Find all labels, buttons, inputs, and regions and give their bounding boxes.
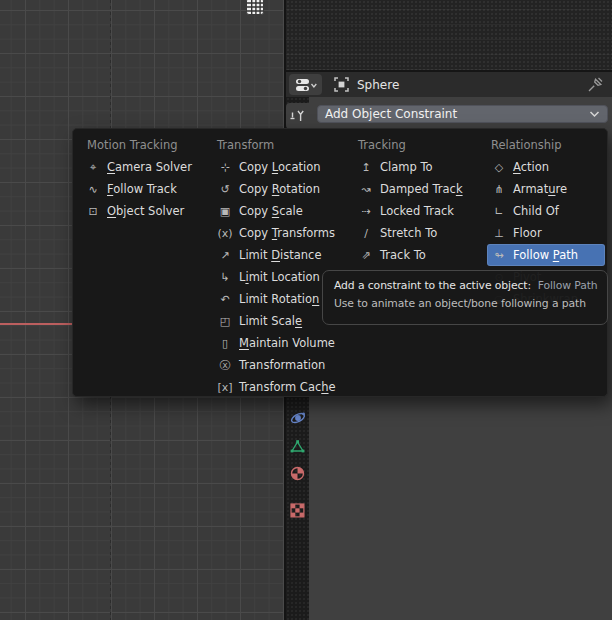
menu-column-title: Relationship [485,134,607,156]
menu-item-label: Copy Scale [239,204,303,218]
transformation-icon: ⓧ [215,358,235,373]
menu-item-transformation[interactable]: ⓧTransformation [213,354,350,376]
tab-constraints[interactable] [286,103,309,129]
tooltip: Add a constraint to the active object: F… [322,270,608,325]
menu-item-camera-solver[interactable]: ⌖Camera Solver [81,156,209,178]
menu-item-label: Camera Solver [107,160,192,174]
follow-track-icon: ∿ [83,183,103,196]
menu-item-transform-cache[interactable]: [x]Transform Cache [213,376,350,398]
track-to-icon: ⇗ [356,249,376,262]
damped-track-icon: ↝ [356,183,376,196]
menu-item-damped-track[interactable]: ↝Damped Track [354,178,483,200]
object-solver-icon: ⊡ [83,205,103,218]
clamp-to-icon: ↥ [356,161,376,174]
menu-item-action[interactable]: ◇Action [487,156,605,178]
transform-cache-icon: [x] [215,381,235,394]
breadcrumb: Sphere [334,72,399,97]
tooltip-constraint-name: Follow Path [538,279,598,292]
chevron-down-icon [589,110,600,118]
menu-item-label: Transformation [239,358,325,372]
menu-item-label: Locked Track [380,204,454,218]
menu-item-object-solver[interactable]: ⊡Object Solver [81,200,209,222]
tooltip-line2: Use to animate an object/bone following … [334,297,596,310]
copy-location-icon: ⊹ [215,161,235,174]
tab-object-data[interactable] [286,433,309,459]
menu-column-title: Motion Tracking [73,134,211,156]
menu-item-label: Follow Path [513,248,578,262]
menu-item-label: Limit Scale [239,314,302,328]
menu-item-copy-transforms[interactable]: (x)Copy Transforms [213,222,350,244]
menu-item-label: Armature [513,182,567,196]
limit-rotation-icon: ↶ [215,293,235,306]
copy-scale-icon: ▣ [215,205,235,218]
menu-item-limit-distance[interactable]: ↗Limit Distance [213,244,350,266]
blender-window: Sphere [0,0,612,620]
menu-item-label: Stretch To [380,226,437,240]
editor-type-button[interactable] [289,74,322,95]
child-of-icon: ∟ [489,205,509,218]
properties-header: Sphere [286,72,612,97]
object-data-tab-icon [289,438,306,455]
menu-item-locked-track[interactable]: ⇢Locked Track [354,200,483,222]
tooltip-line1: Add a constraint to the active object: F… [334,279,596,292]
menu-item-follow-track[interactable]: ∿Follow Track [81,178,209,200]
menu-item-clamp-to[interactable]: ↥Clamp To [354,156,483,178]
copy-transforms-icon: (x) [215,227,235,240]
menu-item-label: Copy Transforms [239,226,335,240]
properties-editor-icon [295,78,317,92]
texture-tab-icon [289,502,306,519]
menu-column-title: Tracking [352,134,485,156]
menu-item-follow-path[interactable]: ↬Follow Path [487,244,605,266]
menu-item-floor[interactable]: ⊥Floor [487,222,605,244]
menu-item-label: Transform Cache [239,380,336,394]
menu-item-stretch-to[interactable]: ∕Stretch To [354,222,483,244]
menu-item-label: Copy Location [239,160,320,174]
menu-item-label: Follow Track [107,182,177,196]
tab-material[interactable] [286,460,309,486]
camera-solver-icon: ⌖ [83,161,103,174]
menu-item-copy-scale[interactable]: ▣Copy Scale [213,200,350,222]
active-object-name: Sphere [357,78,399,92]
add-constraint-row: Add Object Constraint [309,97,612,128]
menu-item-copy-location[interactable]: ⊹Copy Location [213,156,350,178]
copy-rotation-icon: ↺ [215,183,235,196]
menu-item-maintain-volume[interactable]: ▯Maintain Volume [213,332,350,354]
armature-icon: ⋔ [489,183,509,196]
limit-scale-icon: ◰ [215,315,235,328]
menu-item-label: Track To [380,248,426,262]
add-object-constraint-label: Add Object Constraint [325,107,457,121]
action-icon: ◇ [489,161,509,174]
menu-item-label: Child Of [513,204,559,218]
pin-icon[interactable] [587,76,604,93]
menu-item-copy-rotation[interactable]: ↺Copy Rotation [213,178,350,200]
menu-item-label: Clamp To [380,160,433,174]
constraint-menu: Motion Tracking⌖Camera Solver∿Follow Tra… [72,128,608,397]
tooltip-description: Add a constraint to the active object: [334,279,531,292]
limit-distance-icon: ↗ [215,249,235,262]
grid-icon [245,0,266,17]
constraints-tab-icon [289,108,306,125]
floor-icon: ⊥ [489,227,509,240]
follow-path-icon: ↬ [489,249,509,262]
menu-column-transform: Transform⊹Copy Location↺Copy Rotation▣Co… [211,134,352,396]
menu-column-title: Transform [211,134,352,156]
menu-item-label: Limit Rotation [239,292,319,306]
top-editor-region [286,0,612,70]
menu-item-child-of[interactable]: ∟Child Of [487,200,605,222]
menu-item-label: Limit Distance [239,248,321,262]
menu-item-label: Action [513,160,549,174]
menu-item-track-to[interactable]: ⇗Track To [354,244,483,266]
material-tab-icon [289,465,306,482]
menu-column-relationship: Relationship◇Action⋔Armature∟Child Of⊥Fl… [485,134,607,396]
stretch-to-icon: ∕ [356,227,376,240]
add-object-constraint-dropdown[interactable]: Add Object Constraint [317,105,608,123]
tab-texture[interactable] [286,497,309,523]
menu-item-label: Maintain Volume [239,336,335,350]
locked-track-icon: ⇢ [356,205,376,218]
menu-item-label: Copy Rotation [239,182,320,196]
menu-item-label: Object Solver [107,204,184,218]
menu-item-armature[interactable]: ⋔Armature [487,178,605,200]
limit-location-icon: ↳ [215,271,235,284]
menu-item-label: Limit Location [239,270,320,284]
tab-physics[interactable] [286,405,309,431]
